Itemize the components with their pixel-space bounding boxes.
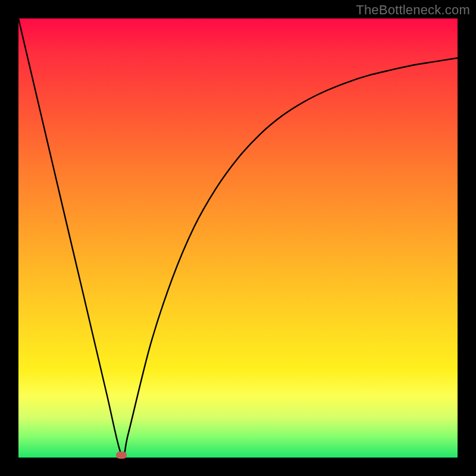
watermark-text: TheBottleneck.com (356, 2, 470, 18)
plot-area (18, 18, 458, 458)
chart-frame: TheBottleneck.com (0, 0, 476, 476)
minimum-marker (116, 452, 127, 459)
bottleneck-curve (18, 18, 458, 458)
